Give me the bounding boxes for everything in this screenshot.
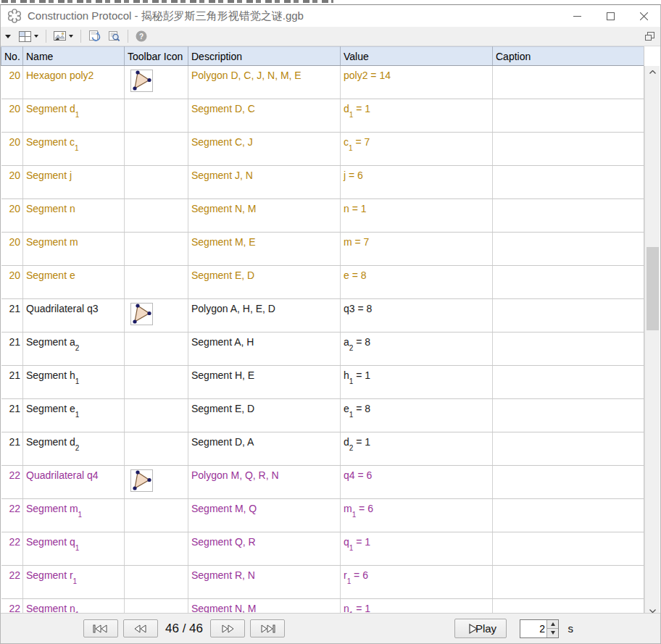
close-button[interactable] xyxy=(627,5,660,27)
maximize-button[interactable] xyxy=(594,5,627,27)
export-image-icon xyxy=(54,31,66,42)
export-image-dropdown-button[interactable] xyxy=(51,29,76,44)
object-value: h1 = 1 xyxy=(341,366,493,399)
table-row[interactable]: 21Quadrilateral q3Polygon A, H, E, Dq3 =… xyxy=(1,299,645,333)
table-row[interactable]: 21Segment e1Segment E, De1 = 8 xyxy=(1,399,645,432)
object-caption xyxy=(493,233,645,266)
object-caption xyxy=(493,333,645,366)
table-row[interactable]: 20Segment eSegment E, De = 8 xyxy=(1,266,645,299)
table-row[interactable]: 21Segment h1Segment H, Eh1 = 1 xyxy=(1,366,645,399)
toolbar-icon-cell xyxy=(125,99,188,133)
object-caption xyxy=(493,499,645,532)
object-value: e1 = 8 xyxy=(341,399,493,432)
object-caption xyxy=(493,466,645,499)
row-number: 21 xyxy=(1,299,23,333)
object-name: Quadrilateral q3 xyxy=(23,299,125,333)
table-row[interactable]: 22Segment m1Segment M, Qm1 = 6 xyxy=(1,499,645,532)
object-name: Segment m xyxy=(23,233,125,266)
row-number: 20 xyxy=(1,66,23,99)
object-value: c1 = 7 xyxy=(341,133,493,166)
object-description: Segment N, M xyxy=(188,199,341,233)
row-number: 20 xyxy=(1,233,23,266)
refresh-icon xyxy=(88,30,101,42)
toolbar-separator xyxy=(80,30,81,43)
play-icon xyxy=(465,625,470,632)
table-row[interactable]: 20Segment d1Segment D, Cd1 = 1 xyxy=(1,99,645,133)
next-step-button[interactable] xyxy=(210,619,245,637)
table-row[interactable]: 21Segment a2Segment A, Ha2 = 8 xyxy=(1,333,645,366)
titlebar: Construction Protocol - 揭秘彭罗斯三角形视错觉之谜.gg… xyxy=(1,5,660,27)
help-button[interactable]: ? xyxy=(133,28,150,44)
undock-icon[interactable] xyxy=(645,30,654,43)
table-row[interactable]: 20Segment mSegment M, Em = 7 xyxy=(1,233,645,266)
row-number: 21 xyxy=(1,399,23,432)
table-row[interactable]: 22Segment q1Segment Q, Rq1 = 1 xyxy=(1,532,645,566)
object-name: Segment m1 xyxy=(23,499,125,532)
object-value: r1 = 6 xyxy=(341,566,493,599)
toolbar-icon-cell xyxy=(125,166,188,199)
object-caption xyxy=(493,133,645,166)
object-value: q3 = 8 xyxy=(341,299,493,333)
spinner-up-button[interactable] xyxy=(547,620,558,629)
object-name: Quadrilateral q4 xyxy=(23,466,125,499)
row-number: 20 xyxy=(1,266,23,299)
object-description: Polygon D, C, J, N, M, E xyxy=(188,66,341,99)
table-row[interactable]: 22Segment r1Segment R, Nr1 = 6 xyxy=(1,566,645,599)
object-description: Polygon A, H, E, D xyxy=(188,299,341,333)
table-row[interactable]: 20Segment jSegment J, Nj = 6 xyxy=(1,166,645,199)
object-name: Segment c1 xyxy=(23,133,125,166)
triangle-up-icon xyxy=(551,622,555,626)
chevron-down-icon xyxy=(69,35,73,38)
object-name: Segment r1 xyxy=(23,566,125,599)
play-delay-spinner[interactable] xyxy=(520,619,559,638)
object-name: Segment j xyxy=(23,166,125,199)
object-name: Segment a2 xyxy=(23,333,125,366)
last-step-button[interactable] xyxy=(250,619,285,637)
play-button[interactable]: Play xyxy=(454,619,507,638)
previous-step-button[interactable] xyxy=(123,619,158,637)
play-delay-input[interactable] xyxy=(520,620,546,637)
columns-dropdown-button[interactable] xyxy=(16,29,41,44)
object-description: Segment R, N xyxy=(188,566,341,599)
table-row[interactable]: 21Segment d2Segment D, Ad2 = 1 xyxy=(1,432,645,466)
scrollbar-thumb[interactable] xyxy=(647,247,659,330)
object-value: d2 = 1 xyxy=(341,432,493,466)
object-value: m1 = 6 xyxy=(341,499,493,532)
table-row[interactable]: 20Segment c1Segment C, Jc1 = 7 xyxy=(1,133,645,166)
play-button-label: Play xyxy=(475,622,496,635)
object-value: m = 7 xyxy=(341,233,493,266)
row-number: 20 xyxy=(1,133,23,166)
toolbar-icon-cell xyxy=(125,199,188,233)
object-value: n = 1 xyxy=(341,199,493,233)
object-description: Segment C, J xyxy=(188,133,341,166)
object-description: Segment A, H xyxy=(188,333,341,366)
column-header-value: Value xyxy=(341,47,493,66)
svg-text:?: ? xyxy=(139,33,144,41)
print-preview-button[interactable] xyxy=(105,28,123,44)
scrollbar-up-icon[interactable] xyxy=(645,66,660,78)
print-preview-icon xyxy=(108,30,120,42)
panel-menu-caret-icon[interactable] xyxy=(5,35,11,38)
object-description: Segment E, D xyxy=(188,266,341,299)
refresh-button[interactable] xyxy=(86,28,104,44)
geogebra-flower-icon xyxy=(7,9,22,23)
table-row[interactable]: 20Hexagon poly2Polygon D, C, J, N, M, Ep… xyxy=(1,66,645,99)
toolbar-icon-cell xyxy=(125,432,188,466)
object-caption xyxy=(493,399,645,432)
row-number: 20 xyxy=(1,166,23,199)
table-row[interactable]: 20Segment nSegment N, Mn = 1 xyxy=(1,199,645,233)
toolbar-icon-cell xyxy=(125,366,188,399)
toolbar-separator xyxy=(46,30,46,43)
step-position-text: 46 / 46 xyxy=(165,622,203,636)
object-caption xyxy=(493,66,645,99)
table-row[interactable]: 22Quadrilateral q4Polygon M, Q, R, Nq4 =… xyxy=(1,466,645,499)
minimize-button[interactable] xyxy=(560,5,594,27)
spinner-down-button[interactable] xyxy=(547,628,558,637)
column-header-caption: Caption xyxy=(493,47,645,66)
first-step-button[interactable] xyxy=(83,619,118,637)
row-number: 20 xyxy=(1,199,23,233)
object-name: Hexagon poly2 xyxy=(23,66,125,99)
table-header-row: No. Name Toolbar Icon Description Value … xyxy=(1,47,645,66)
object-caption xyxy=(493,266,645,299)
vertical-scrollbar[interactable] xyxy=(644,66,660,617)
